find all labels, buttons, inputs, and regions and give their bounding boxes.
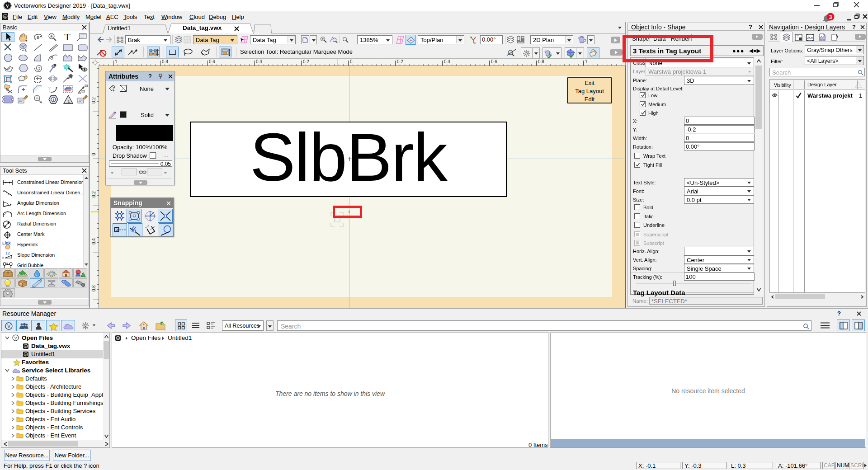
svg-text:12: 12 xyxy=(5,251,10,255)
svg-text:1: 1 xyxy=(52,98,54,102)
svg-text:V: V xyxy=(25,345,27,348)
svg-text:3: 3 xyxy=(829,14,832,20)
svg-text:1: 1 xyxy=(67,99,70,103)
svg-text:T: T xyxy=(64,32,71,42)
svg-text:n: n xyxy=(2,255,4,259)
svg-text:V: V xyxy=(7,324,10,329)
svg-text:V: V xyxy=(14,336,17,340)
svg-text:x: x xyxy=(474,42,476,44)
svg-text:V: V xyxy=(4,15,7,19)
svg-text:V: V xyxy=(25,353,27,356)
svg-text:V: V xyxy=(6,3,9,9)
svg-text:9: 9 xyxy=(6,87,8,91)
svg-text:V: V xyxy=(117,337,119,340)
svg-text:Link: Link xyxy=(2,241,11,245)
